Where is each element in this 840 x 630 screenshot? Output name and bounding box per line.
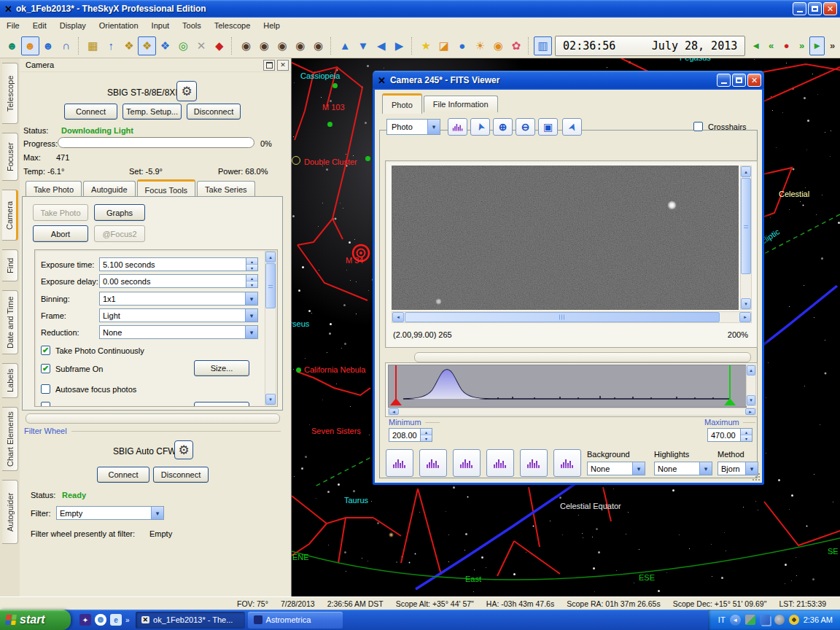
zoom-in-icon[interactable]: ⊕	[493, 118, 513, 136]
fits-mode-select[interactable]: Photo ▾	[386, 119, 440, 135]
panel-float-button[interactable]	[263, 60, 275, 71]
close-button[interactable]: ✕	[823, 2, 837, 15]
task-astrometrica[interactable]: Astrometrica	[248, 612, 343, 629]
fits-image[interactable]	[392, 166, 739, 310]
orange-figure-icon[interactable]: ☻	[21, 36, 39, 55]
focus-group-vscrollbar[interactable]: ▴ ▾	[265, 251, 276, 405]
sidetab-focuser[interactable]: Focuser	[2, 133, 18, 181]
exposure-delay-stepper[interactable]: ▴▾	[246, 275, 257, 287]
scroll-down-icon[interactable]: ▾	[741, 298, 751, 309]
scroll-down-icon[interactable]: ▾	[747, 395, 755, 405]
scroll-up-icon[interactable]: ▴	[747, 365, 755, 376]
fits-tab-photo[interactable]: Photo	[382, 93, 422, 114]
galaxy-icon[interactable]: ◉	[489, 36, 508, 55]
temp-setup-button[interactable]: Temp. Setup...	[122, 104, 182, 120]
subframe-checkbox[interactable]: ✔	[41, 364, 50, 373]
background-select[interactable]: None ▾	[587, 462, 645, 475]
tray-collapse-chevron-icon[interactable]: ◂	[730, 615, 741, 626]
task-theskyx[interactable]: ✕ ok_1Feb2013* - The...	[136, 612, 245, 629]
scroll-up-icon[interactable]: ▴	[265, 252, 276, 262]
sky-chart[interactable]: Cassiopeia M 103 Double Cluster Pegasus …	[292, 58, 840, 596]
splitter-handle[interactable]	[414, 352, 751, 362]
chevron-down-icon[interactable]: ▾	[745, 462, 758, 475]
clipped-button[interactable]	[194, 402, 249, 407]
planet-orb-icon-4[interactable]: ◉	[291, 36, 309, 55]
fits-maximize-button[interactable]	[732, 74, 746, 87]
scroll-down-icon[interactable]: ▾	[265, 394, 276, 405]
chevron-down-icon[interactable]: ▾	[245, 309, 257, 322]
pan-up-icon[interactable]: ▲	[336, 36, 354, 55]
computer-clock-icon[interactable]: ▥	[534, 36, 552, 55]
take-continuously-checkbox[interactable]: ✔	[41, 346, 50, 355]
scroll-up-icon[interactable]: ▴	[741, 166, 751, 177]
filter-wheel-gear-button[interactable]: ⚙	[174, 440, 193, 459]
desktop-app-icon[interactable]: ✦	[79, 614, 91, 626]
focus-take-photo-button[interactable]: Take Photo	[33, 204, 88, 221]
chrome-icon[interactable]	[95, 614, 106, 626]
maximum-stepper[interactable]: ▴▾	[740, 429, 752, 441]
browser-e-icon[interactable]: e	[110, 614, 122, 626]
frame-select[interactable]: Light ▾	[99, 308, 258, 322]
focus2-button[interactable]: @Focus2	[94, 225, 145, 242]
pan-left-icon[interactable]: ◀	[372, 36, 390, 55]
stretch-preset-4-icon[interactable]	[486, 449, 514, 477]
filter-disconnect-button[interactable]: Disconnect	[153, 467, 209, 483]
camera-disconnect-button[interactable]: Disconnect	[187, 104, 241, 120]
chevron-down-icon[interactable]: ▾	[151, 507, 163, 519]
pan-right-icon[interactable]: ▶	[390, 36, 408, 55]
planet-orb-icon-3[interactable]: ◉	[273, 36, 292, 55]
image-vscrollbar[interactable]: ▴ ▾	[740, 166, 752, 310]
tray-network-icon[interactable]	[760, 615, 770, 625]
maximum-input[interactable]: 470.00 ▴▾	[707, 428, 752, 442]
bee-icon[interactable]: ❖	[120, 36, 139, 55]
quick-launch-chevron-icon[interactable]: »	[125, 616, 130, 624]
minimum-marker[interactable]	[390, 398, 402, 405]
pan-down-icon[interactable]: ▼	[354, 36, 373, 55]
chevron-down-icon[interactable]: ▾	[245, 326, 257, 338]
exposure-time-input[interactable]: 5.100 seconds ▴▾	[99, 257, 258, 271]
zoom-up-icon[interactable]: ↑	[102, 36, 120, 55]
fits-tab-file-information[interactable]: File Information	[424, 96, 498, 112]
chevron-down-icon[interactable]: ▾	[245, 292, 257, 305]
planet-icon[interactable]: ●	[453, 36, 471, 55]
tray-status-icon[interactable]	[745, 615, 755, 625]
tab-take-photo[interactable]: Take Photo	[26, 181, 82, 198]
zoom-out-icon[interactable]: ⊖	[516, 118, 535, 136]
camera-settings-gear-button[interactable]: ⚙	[176, 81, 197, 101]
play-time-icon[interactable]: ►	[809, 36, 825, 55]
stretch-preset-2-icon[interactable]	[419, 449, 447, 477]
green-figure-icon[interactable]: ☻	[3, 36, 21, 55]
step-back-icon[interactable]: ◄	[748, 36, 763, 55]
panel-close-button[interactable]: ✕	[277, 60, 289, 71]
star-icon[interactable]: ★	[417, 36, 435, 55]
tray-webcam-icon[interactable]	[774, 615, 785, 625]
bee-lock-icon[interactable]: ❖	[156, 36, 174, 55]
menu-help[interactable]: Help	[257, 19, 287, 32]
filter-select[interactable]: Empty ▾	[56, 506, 164, 520]
maximize-button[interactable]	[808, 2, 822, 15]
headphones-icon[interactable]: ∩	[57, 36, 75, 55]
filter-connect-button[interactable]: Connect	[97, 467, 149, 483]
fits-minimize-button[interactable]	[717, 74, 731, 87]
bee-selected-icon[interactable]: ❖	[138, 36, 156, 55]
fits-close-button[interactable]: ✕	[747, 74, 761, 87]
minimize-button[interactable]	[793, 2, 806, 15]
find-chart-icon[interactable]: ▦	[84, 36, 102, 55]
photo-curve-icon[interactable]: ◪	[435, 36, 454, 55]
histogram-hscrollbar[interactable]: ◂ ▸	[388, 408, 756, 416]
autosave-checkbox[interactable]: ✔	[41, 384, 50, 394]
resize-grip[interactable]	[758, 479, 760, 481]
clipped-checkbox[interactable]: ✔	[41, 402, 50, 407]
toolbar-overflow-chevron[interactable]: »	[825, 36, 840, 55]
image-hscrollbar[interactable]: ◂ ▸	[392, 311, 752, 323]
menu-display[interactable]: Display	[53, 19, 93, 32]
binning-select[interactable]: 1x1 ▾	[99, 292, 258, 306]
minimum-stepper[interactable]: ▴▾	[420, 429, 432, 441]
cursor-tool-icon[interactable]: ➤	[470, 118, 490, 136]
menu-tools[interactable]: Tools	[176, 19, 208, 32]
sidetab-find[interactable]: Find	[2, 249, 18, 281]
exposure-time-stepper[interactable]: ▴▾	[246, 258, 257, 271]
rewind-icon[interactable]: «	[763, 36, 779, 55]
scroll-left-icon[interactable]: ◂	[392, 312, 404, 322]
blue-figure-icon[interactable]: ☻	[39, 36, 58, 55]
